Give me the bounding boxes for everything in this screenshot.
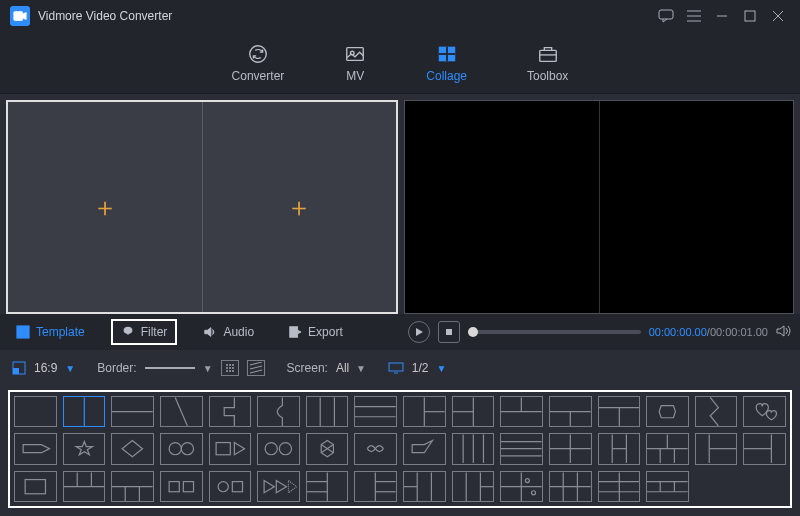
play-button[interactable] [408, 321, 430, 343]
template-item[interactable] [209, 396, 252, 427]
svg-rect-99 [183, 481, 193, 491]
template-item[interactable] [354, 396, 397, 427]
template-item[interactable] [209, 433, 252, 464]
player-controls: 00:00:00.00/00:00:01.00 [400, 314, 800, 350]
template-item[interactable] [111, 433, 154, 464]
subtab-filter[interactable]: Filter [111, 319, 178, 345]
preview-pane-1 [405, 101, 600, 313]
workspace-row: ＋ ＋ [0, 94, 800, 314]
template-item[interactable] [695, 396, 738, 427]
template-item[interactable] [403, 471, 446, 502]
template-item[interactable] [354, 433, 397, 464]
border-color-button[interactable] [221, 360, 239, 376]
template-item[interactable] [695, 433, 738, 464]
svg-line-37 [250, 366, 262, 369]
template-item[interactable] [306, 433, 349, 464]
template-item[interactable] [403, 396, 446, 427]
border-label: Border: [97, 361, 136, 375]
template-item[interactable] [160, 433, 203, 464]
template-item[interactable] [646, 471, 689, 502]
template-item[interactable] [743, 396, 786, 427]
svg-point-100 [218, 481, 228, 491]
template-item[interactable] [257, 471, 300, 502]
screen-option: Screen: All ▼ [287, 361, 366, 375]
maximize-button[interactable] [738, 4, 762, 28]
template-item[interactable] [549, 471, 592, 502]
volume-button[interactable] [776, 324, 792, 340]
template-item[interactable] [257, 396, 300, 427]
template-item[interactable] [452, 471, 495, 502]
tab-mv[interactable]: MV [344, 43, 366, 83]
tab-converter[interactable]: Converter [232, 43, 285, 83]
template-item[interactable] [646, 396, 689, 427]
border-pattern-button[interactable] [247, 360, 265, 376]
template-item[interactable] [160, 471, 203, 502]
template-item[interactable] [549, 433, 592, 464]
template-item[interactable] [63, 471, 106, 502]
template-item[interactable] [598, 433, 641, 464]
template-item[interactable] [500, 471, 543, 502]
template-item[interactable] [209, 471, 252, 502]
svg-line-43 [175, 397, 187, 425]
svg-rect-91 [25, 479, 45, 493]
templates-grid [14, 396, 786, 502]
border-style-select[interactable]: ▼ [145, 363, 213, 374]
minimize-button[interactable] [710, 4, 734, 28]
template-item[interactable] [500, 433, 543, 464]
template-item[interactable] [646, 433, 689, 464]
template-item[interactable] [306, 396, 349, 427]
tab-collage[interactable]: Collage [426, 43, 467, 83]
template-item[interactable] [111, 471, 154, 502]
tab-label: Toolbox [527, 69, 568, 83]
menu-icon[interactable] [682, 4, 706, 28]
subtab-audio[interactable]: Audio [195, 321, 262, 343]
stop-button[interactable] [438, 321, 460, 343]
template-item[interactable] [743, 433, 786, 464]
template-item[interactable] [14, 471, 57, 502]
screen-select[interactable]: All ▼ [336, 361, 366, 375]
subtab-template[interactable]: Template [8, 321, 93, 343]
svg-rect-64 [216, 443, 230, 455]
svg-rect-98 [169, 481, 179, 491]
template-item[interactable] [452, 433, 495, 464]
seek-bar[interactable] [468, 330, 641, 334]
template-item[interactable] [598, 471, 641, 502]
svg-point-120 [532, 490, 536, 494]
collage-slot-1[interactable]: ＋ [8, 102, 203, 312]
template-item[interactable] [111, 396, 154, 427]
template-item[interactable] [549, 396, 592, 427]
add-icon: ＋ [92, 190, 118, 225]
close-button[interactable] [766, 4, 790, 28]
template-item[interactable] [598, 396, 641, 427]
svg-marker-60 [76, 442, 92, 455]
tab-toolbox[interactable]: Toolbox [527, 43, 568, 83]
subtab-export[interactable]: Export [280, 321, 351, 343]
template-item[interactable] [14, 433, 57, 464]
add-icon: ＋ [286, 190, 312, 225]
svg-rect-0 [14, 12, 23, 21]
monitor-icon [388, 362, 404, 374]
template-item[interactable] [403, 433, 446, 464]
template-item[interactable] [63, 396, 106, 427]
template-item[interactable] [354, 471, 397, 502]
template-item[interactable] [14, 396, 57, 427]
collage-slot-2[interactable]: ＋ [203, 102, 397, 312]
subtab-label: Filter [141, 325, 168, 339]
feedback-icon[interactable] [654, 4, 678, 28]
page-option[interactable]: 1/2 ▼ [388, 361, 447, 375]
template-item[interactable] [257, 433, 300, 464]
template-item[interactable] [306, 471, 349, 502]
aspect-ratio-select[interactable]: 16:9 ▼ [12, 361, 75, 375]
seek-handle[interactable] [468, 327, 478, 337]
page-value: 1/2 [412, 361, 429, 375]
time-total: 00:00:01.00 [710, 326, 768, 338]
tab-label: Converter [232, 69, 285, 83]
template-item[interactable] [452, 396, 495, 427]
template-item[interactable] [500, 396, 543, 427]
audio-icon [203, 325, 217, 339]
svg-marker-102 [264, 480, 274, 492]
svg-point-10 [250, 45, 267, 62]
template-item[interactable] [63, 433, 106, 464]
template-item[interactable] [160, 396, 203, 427]
svg-point-31 [229, 367, 231, 369]
